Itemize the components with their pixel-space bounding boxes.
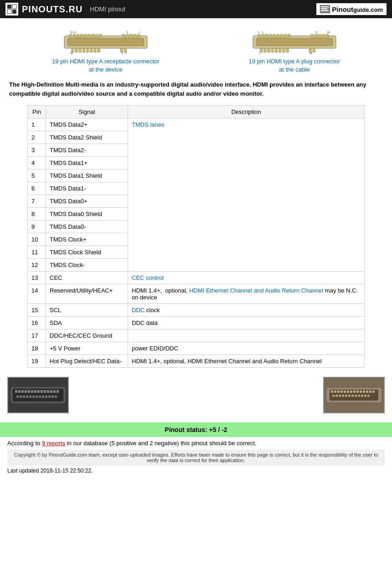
svg-text:18: 18 bbox=[70, 52, 73, 55]
cec-control-link[interactable]: CEC control bbox=[132, 274, 164, 281]
pin-number: 12 bbox=[28, 259, 46, 272]
svg-rect-100 bbox=[42, 396, 44, 398]
description-cell: DDC clock bbox=[128, 304, 365, 317]
connector-receptacle-link[interactable]: 19 pin HDMI type A receptacle connectora… bbox=[52, 57, 160, 74]
svg-rect-63 bbox=[275, 48, 277, 52]
table-row: 13CECCEC control bbox=[28, 272, 365, 284]
svg-text:18: 18 bbox=[309, 52, 312, 55]
according-to-text: According to 9 reports in our database (… bbox=[7, 437, 385, 449]
svg-rect-3 bbox=[7, 10, 11, 14]
svg-rect-1 bbox=[7, 5, 11, 9]
pinoutguide-logo[interactable]: Pinoutguide.com bbox=[316, 3, 387, 15]
header-right: Pinoutguide.com bbox=[316, 3, 387, 15]
svg-text:17: 17 bbox=[315, 31, 318, 34]
content: 13 17 3 1 18 4 2 19 pin HDMI type A rece… bbox=[0, 18, 392, 480]
svg-rect-31 bbox=[90, 48, 92, 52]
svg-rect-95 bbox=[26, 396, 28, 398]
svg-rect-49 bbox=[273, 34, 275, 38]
pin-number: 3 bbox=[28, 144, 46, 157]
tmds-link[interactable]: TMDS lanes bbox=[132, 121, 165, 128]
svg-text:1: 1 bbox=[139, 31, 140, 34]
heac-link[interactable]: HDMI Ethernet Channel and Audio Return C… bbox=[189, 287, 323, 294]
signal-name: CEC bbox=[46, 272, 128, 284]
svg-rect-116 bbox=[356, 391, 359, 393]
ddc-link[interactable]: DDC bbox=[132, 307, 144, 314]
signal-name: TMDS Clock Shield bbox=[46, 246, 128, 259]
svg-rect-87 bbox=[44, 390, 46, 393]
signal-name: DDC/HEC/CEC Ground bbox=[46, 329, 128, 342]
svg-rect-85 bbox=[37, 390, 40, 393]
svg-rect-111 bbox=[340, 391, 343, 393]
signal-name: TMDS Data0+ bbox=[46, 195, 128, 208]
table-header-signal: Signal bbox=[46, 106, 128, 118]
svg-rect-11 bbox=[67, 38, 144, 46]
signal-name: TMDS Data1 Shield bbox=[46, 170, 128, 182]
tmds-description: TMDS lanes bbox=[128, 118, 365, 272]
svg-rect-133 bbox=[367, 395, 370, 397]
pin-number: 6 bbox=[28, 182, 46, 195]
svg-rect-27 bbox=[75, 48, 77, 52]
svg-rect-79 bbox=[18, 390, 21, 393]
pin-number: 15 bbox=[28, 304, 46, 317]
svg-rect-102 bbox=[48, 396, 51, 398]
svg-rect-68 bbox=[313, 48, 315, 52]
svg-rect-53 bbox=[288, 34, 290, 38]
bottom-image-right bbox=[323, 377, 385, 413]
pin-number: 5 bbox=[28, 170, 46, 182]
svg-text:2: 2 bbox=[125, 52, 127, 55]
according-rest: in our database (5 positive and 2 negati… bbox=[67, 440, 257, 447]
description-cell: power EDID/DDC bbox=[128, 342, 365, 355]
svg-text:2: 2 bbox=[259, 52, 260, 55]
pin-number: 11 bbox=[28, 246, 46, 259]
last-updated: Last updated 2018-11-15 22:50:22. bbox=[7, 466, 385, 476]
svg-rect-56 bbox=[319, 34, 321, 38]
svg-text:19: 19 bbox=[327, 31, 330, 34]
svg-rect-50 bbox=[277, 34, 279, 38]
description-cell: HDMI 1.4+, optional, HDMI Ethernet Chann… bbox=[128, 355, 365, 368]
reports-link[interactable]: 9 reports bbox=[42, 440, 65, 447]
signal-name: Hot Plug Detect/HEC Data- bbox=[46, 355, 128, 368]
svg-rect-47 bbox=[265, 34, 268, 38]
connector-plug-link[interactable]: 19 pin HDMI type A plug connectorat the … bbox=[249, 57, 340, 74]
svg-rect-89 bbox=[50, 390, 52, 393]
header-left: PINOUTS.RU HDMI pinout bbox=[5, 3, 125, 15]
svg-rect-23 bbox=[130, 34, 132, 38]
connector-plug: 1 3 17 19 2 18 19 pin HDMI type A plug c… bbox=[249, 27, 340, 74]
svg-rect-99 bbox=[39, 396, 41, 398]
pin-number: 2 bbox=[28, 131, 46, 144]
svg-rect-125 bbox=[342, 395, 344, 397]
svg-rect-62 bbox=[271, 48, 273, 52]
svg-rect-60 bbox=[264, 48, 266, 52]
svg-rect-14 bbox=[77, 34, 79, 38]
svg-rect-81 bbox=[25, 390, 27, 393]
svg-rect-84 bbox=[34, 390, 36, 393]
svg-rect-123 bbox=[335, 395, 338, 397]
svg-rect-124 bbox=[339, 395, 341, 397]
connector-receptacle-img: 13 17 3 1 18 4 2 bbox=[60, 27, 151, 55]
svg-text:17: 17 bbox=[74, 31, 77, 34]
table-row: 19Hot Plug Detect/HEC Data-HDMI 1.4+, op… bbox=[28, 355, 365, 368]
svg-rect-28 bbox=[79, 48, 81, 52]
svg-rect-13 bbox=[73, 34, 75, 38]
svg-rect-59 bbox=[260, 48, 262, 52]
svg-rect-20 bbox=[99, 34, 101, 38]
signal-name: TMDS Data0- bbox=[46, 221, 128, 233]
description-text: The High-Definition Multi-media is an in… bbox=[7, 80, 385, 98]
svg-rect-119 bbox=[366, 391, 368, 393]
svg-rect-64 bbox=[279, 48, 281, 52]
page-title: HDMI pinout bbox=[90, 5, 125, 13]
svg-rect-126 bbox=[345, 395, 347, 397]
pin-number: 16 bbox=[28, 317, 46, 329]
svg-rect-30 bbox=[86, 48, 88, 52]
svg-rect-101 bbox=[45, 396, 47, 398]
svg-rect-9 bbox=[321, 10, 328, 11]
svg-rect-21 bbox=[122, 34, 124, 38]
signal-name: Reserved/Utility/HEAC+ bbox=[46, 284, 128, 304]
pin-number: 19 bbox=[28, 355, 46, 368]
svg-rect-131 bbox=[361, 395, 363, 397]
svg-text:3: 3 bbox=[126, 31, 128, 34]
svg-rect-17 bbox=[88, 34, 90, 38]
description-cell: HDMI 1.4+, optional, HDMI Ethernet Chann… bbox=[128, 284, 365, 304]
svg-rect-16 bbox=[84, 34, 87, 38]
svg-rect-92 bbox=[16, 396, 19, 398]
